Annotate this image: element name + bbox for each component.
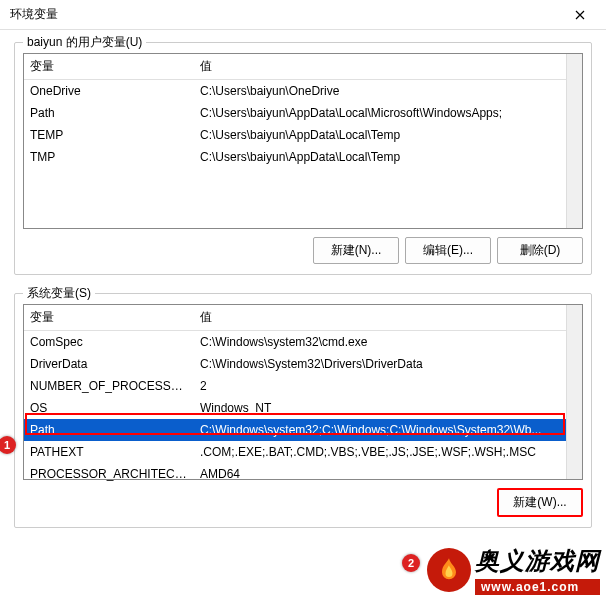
watermark-url: www.aoe1.com <box>475 579 600 595</box>
annotation-badge-2: 2 <box>402 554 420 572</box>
sys-table: 变量 值 ComSpecC:\Windows\system32\cmd.exe … <box>24 305 566 485</box>
user-new-button[interactable]: 新建(N)... <box>313 237 399 264</box>
table-row[interactable]: PROCESSOR_ARCHITECT...AMD64 <box>24 463 566 485</box>
system-variables-group: 系统变量(S) 变量 值 ComSpecC:\Windows\system32\… <box>14 293 592 528</box>
close-icon <box>575 10 585 20</box>
watermark-title: 奥义游戏网 <box>475 545 600 577</box>
sys-scrollbar[interactable] <box>566 305 582 479</box>
column-header-value[interactable]: 值 <box>194 54 566 79</box>
table-row[interactable]: PathC:\Users\baiyun\AppData\Local\Micros… <box>24 102 566 124</box>
table-row[interactable]: NUMBER_OF_PROCESSORS2 <box>24 375 566 397</box>
sys-new-button[interactable]: 新建(W)... <box>497 488 583 517</box>
table-row[interactable]: DriverDataC:\Windows\System32\Drivers\Dr… <box>24 353 566 375</box>
titlebar: 环境变量 <box>0 0 606 30</box>
sys-group-label: 系统变量(S) <box>23 285 95 302</box>
user-scrollbar[interactable] <box>566 54 582 228</box>
column-header-value[interactable]: 值 <box>194 305 566 330</box>
window-title: 环境变量 <box>10 6 58 23</box>
user-group-label: baiyun 的用户变量(U) <box>23 34 146 51</box>
table-row[interactable]: ComSpecC:\Windows\system32\cmd.exe <box>24 331 566 353</box>
user-buttons: 新建(N)... 编辑(E)... 删除(D) <box>23 237 583 264</box>
table-row[interactable]: PATHEXT.COM;.EXE;.BAT;.CMD;.VBS;.VBE;.JS… <box>24 441 566 463</box>
user-table: 变量 值 OneDriveC:\Users\baiyun\OneDrive Pa… <box>24 54 566 168</box>
table-row-selected[interactable]: PathC:\Windows\system32;C:\Windows;C:\Wi… <box>24 419 566 441</box>
table-row[interactable]: TEMPC:\Users\baiyun\AppData\Local\Temp <box>24 124 566 146</box>
close-button[interactable] <box>560 1 600 29</box>
user-delete-button[interactable]: 删除(D) <box>497 237 583 264</box>
user-table-header: 变量 值 <box>24 54 566 80</box>
column-header-variable[interactable]: 变量 <box>24 305 194 330</box>
sys-table-header: 变量 值 <box>24 305 566 331</box>
user-variables-group: baiyun 的用户变量(U) 变量 值 OneDriveC:\Users\ba… <box>14 42 592 275</box>
column-header-variable[interactable]: 变量 <box>24 54 194 79</box>
system-variables-list[interactable]: 变量 值 ComSpecC:\Windows\system32\cmd.exe … <box>23 304 583 480</box>
watermark-logo: 奥义游戏网 www.aoe1.com <box>427 545 600 595</box>
watermark-text: 奥义游戏网 www.aoe1.com <box>475 545 600 595</box>
table-row[interactable]: OneDriveC:\Users\baiyun\OneDrive <box>24 80 566 102</box>
user-edit-button[interactable]: 编辑(E)... <box>405 237 491 264</box>
dialog-content: baiyun 的用户变量(U) 变量 值 OneDriveC:\Users\ba… <box>0 30 606 558</box>
table-row[interactable]: OSWindows_NT <box>24 397 566 419</box>
table-row[interactable]: TMPC:\Users\baiyun\AppData\Local\Temp <box>24 146 566 168</box>
sys-buttons: 新建(W)... <box>23 488 583 517</box>
flame-icon <box>427 548 471 592</box>
user-variables-list[interactable]: 变量 值 OneDriveC:\Users\baiyun\OneDrive Pa… <box>23 53 583 229</box>
